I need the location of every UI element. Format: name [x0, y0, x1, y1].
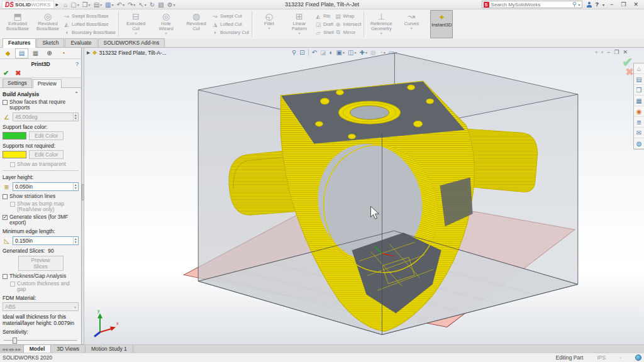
previous-view-button[interactable]: ↶	[312, 49, 317, 56]
new-document-button[interactable]: ▢▾	[69, 1, 80, 9]
zoom-to-area-button[interactable]: ⊡	[299, 49, 304, 56]
curves-button[interactable]: ↝ Curves ▾	[397, 10, 426, 38]
tab-scroll-buttons[interactable]: ◀◀◀ ▶▶▶	[0, 345, 24, 353]
preview-slices-button[interactable]: Preview Slices	[18, 256, 64, 271]
tab-motion-study-1[interactable]: Motion Study 1	[86, 345, 133, 353]
tab-preview[interactable]: Preview	[33, 79, 62, 88]
3d-content-tab[interactable]: ◍	[634, 138, 644, 149]
hide-show-items-button[interactable]: ✚▾	[360, 49, 367, 56]
edit-color-support-button[interactable]: Edit Color	[29, 131, 64, 140]
boundary-boss-base-button[interactable]: ◖Boundary Boss/Base	[64, 29, 116, 36]
custom-properties-tab[interactable]: ≣	[634, 117, 644, 128]
search-input[interactable]	[491, 2, 570, 8]
print-button[interactable]: ▥▾	[104, 1, 114, 9]
min-edge-input[interactable]	[13, 238, 73, 244]
lofted-boss-base-button[interactable]: ◭Lofted Boss/Base	[64, 21, 116, 28]
select-button[interactable]: ↖▾	[137, 1, 147, 9]
tab-model[interactable]: Model	[24, 345, 52, 353]
restore-button[interactable]: ❐	[619, 1, 628, 8]
revolved-cut-button[interactable]: ◍ RevolvedCut	[182, 10, 211, 38]
login-user-icon[interactable]	[587, 2, 592, 8]
cancel-button[interactable]: ✖	[15, 69, 21, 77]
display-style-button[interactable]: ◫▾	[348, 49, 356, 56]
doc-icon-1[interactable]: ▫	[596, 49, 597, 55]
intersect-button[interactable]: ⊗Intersect	[335, 21, 362, 28]
dimxpertmanager-tab[interactable]: ⊕	[43, 48, 56, 58]
reference-geometry-button[interactable]: ⊥ ReferenceGeometry ▾	[367, 10, 396, 38]
search-icon[interactable]: ⚲	[572, 1, 577, 8]
show-faces-checkbox[interactable]	[3, 100, 8, 105]
options-button[interactable]: ⚙▾	[166, 1, 177, 9]
view-palette-tab[interactable]: ▦	[634, 96, 644, 106]
configurationmanager-tab[interactable]: ▦	[29, 48, 42, 58]
doc-close-button[interactable]: ✕	[623, 49, 628, 55]
doc-restore-button[interactable]: ❐	[614, 49, 619, 55]
tab-solidworks-addins[interactable]: SOLIDWORKS Add-Ins	[98, 38, 165, 47]
open-button[interactable]: ❒▾	[81, 1, 92, 9]
save-button[interactable]: ▤▾	[92, 1, 103, 9]
tag-globe-icon[interactable]	[635, 354, 641, 361]
swept-cut-button[interactable]: ↝Swept Cut	[212, 13, 249, 20]
help-button[interactable]: ?	[596, 1, 599, 8]
swept-boss-base-button[interactable]: ↝Swept Boss/Base	[64, 13, 116, 20]
tab-evaluate[interactable]: Evaluate	[65, 38, 97, 47]
home-button[interactable]: ⌂	[62, 1, 69, 9]
edit-appearance-button[interactable]: ◐	[330, 49, 333, 56]
draft-button[interactable]: ◲Draft	[315, 21, 334, 28]
redo-button[interactable]: ↷▾	[126, 1, 136, 9]
featuremanager-tab[interactable]: ◆	[1, 48, 14, 58]
wrap-button[interactable]: ▤Wrap	[335, 13, 362, 20]
lofted-cut-button[interactable]: ◮Lofted Cut	[212, 21, 249, 28]
view-settings-button[interactable]: ▭▾	[389, 49, 397, 56]
doc-icon-2[interactable]: ▫	[601, 49, 603, 55]
tab-settings[interactable]: Settings	[3, 79, 32, 87]
collapse-section-icon[interactable]: ⌃	[74, 91, 79, 97]
shell-button[interactable]: ▱Shell	[315, 29, 334, 36]
revolved-boss-base-button[interactable]: ◎ Revolved Boss/Base	[33, 10, 62, 38]
linear-pattern-button[interactable]: ⊞ LinearPattern ▾	[285, 10, 314, 38]
displaymanager-tab[interactable]: ◔	[57, 48, 70, 58]
tab-features[interactable]: Features	[3, 38, 36, 48]
min-edge-field[interactable]: ▲▼	[13, 236, 79, 245]
graphics-area[interactable]: y x ▶ ❖ 313232 Fixed Plate, Tilt-A-... ⚲…	[84, 48, 644, 344]
min-edge-spinner[interactable]: ▲▼	[73, 237, 78, 244]
extruded-cut-button[interactable]: ⊟ ExtrudedCut ▾	[121, 10, 150, 38]
expand-tree-icon[interactable]: ▶	[87, 50, 90, 55]
instant3d-button[interactable]: ✦ Instant3D	[430, 10, 453, 38]
thickness-gap-checkbox[interactable]	[3, 274, 8, 279]
apply-scene-button[interactable]: ◔▾	[379, 49, 386, 56]
forum-tab[interactable]: ✉	[634, 128, 644, 138]
tab-sketch[interactable]: Sketch	[36, 38, 64, 47]
feature-tree-flyout[interactable]: ▶ ❖ 313232 Fixed Plate, Tilt-A-...	[87, 50, 167, 56]
hole-wizard-button[interactable]: ◎ HoleWizard ▾	[152, 10, 180, 38]
mirror-button[interactable]: ⧉Mirror	[335, 29, 362, 36]
confirm-cancel-icon[interactable]: ✖	[626, 68, 634, 77]
tab-3d-views[interactable]: 3D Views	[51, 345, 86, 353]
show-striation-checkbox[interactable]	[3, 194, 8, 199]
help-icon[interactable]: ?	[75, 61, 79, 67]
rib-button[interactable]: ◭Rib	[315, 13, 334, 20]
layer-height-field[interactable]: ▲▼	[13, 182, 79, 191]
close-button[interactable]: ✕	[631, 1, 640, 8]
boundary-cut-button[interactable]: ◗Boundary Cut	[212, 29, 249, 36]
minimize-button[interactable]: −	[608, 1, 615, 8]
undo-button[interactable]: ↶▾	[116, 1, 126, 9]
layer-height-input[interactable]	[13, 184, 73, 190]
sensitivity-slider[interactable]	[4, 337, 77, 344]
menu-expand-icon[interactable]: ▸	[56, 1, 59, 8]
doc-minimize-button[interactable]: −	[607, 49, 610, 55]
fillet-button[interactable]: ◵ Fillet ▾	[255, 10, 284, 38]
section-view-button[interactable]: ◪	[320, 49, 326, 56]
layer-height-spinner[interactable]: ▲▼	[73, 183, 78, 190]
realview-button[interactable]: ◍	[370, 49, 376, 56]
zoom-to-fit-button[interactable]: ⚲	[292, 49, 296, 56]
file-explorer-tab[interactable]: ❒	[634, 85, 644, 96]
edit-color-nosupport-button[interactable]: Edit Color	[29, 150, 64, 159]
generate-slices-checkbox[interactable]	[3, 215, 8, 220]
rebuild-button[interactable]: ↻	[148, 1, 156, 9]
search-box[interactable]: S ⚲ ▾	[482, 1, 582, 8]
file-properties-button[interactable]: ▧	[157, 1, 165, 9]
show-faces-checkbox-row[interactable]: Show faces that require supports	[3, 99, 79, 111]
propertymanager-tab[interactable]: ▤	[15, 48, 28, 58]
design-library-tab[interactable]: ▤	[634, 74, 644, 85]
